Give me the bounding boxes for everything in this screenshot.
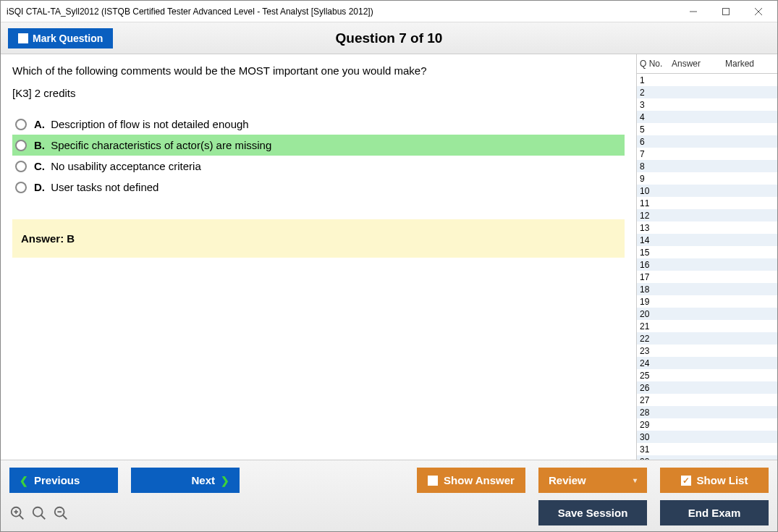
next-button[interactable]: Next ❯ [131,468,240,493]
close-button[interactable] [742,1,774,22]
zoom-controls [9,505,69,521]
list-row[interactable]: 31 [637,443,777,455]
list-row[interactable]: 17 [637,271,777,283]
row-number: 25 [640,371,672,381]
svg-line-11 [63,515,67,519]
row-number: 17 [640,272,672,282]
list-row[interactable]: 25 [637,369,777,381]
checkbox-icon [428,476,438,486]
row-number: 11 [640,198,672,208]
row-number: 19 [640,297,672,307]
minimize-icon [690,8,697,15]
previous-label: Previous [34,474,80,486]
list-row[interactable]: 10 [637,185,777,197]
option-b[interactable]: B. Specific characteristics of actor(s) … [12,135,625,156]
list-row[interactable]: 4 [637,111,777,123]
window-controls [677,1,774,22]
question-panel: Which of the following comments would be… [1,54,636,460]
list-row[interactable]: 22 [637,332,777,345]
button-row-1: ❮ Previous Next ❯ Show Answer Review ▾ ✓… [9,468,769,493]
zoom-icon[interactable] [31,505,47,521]
row-number: 13 [640,223,672,233]
end-exam-label: End Exam [688,507,741,519]
end-exam-button[interactable]: End Exam [660,500,769,525]
list-row[interactable]: 2 [637,86,777,98]
button-row-2: Save Session End Exam [9,500,769,525]
list-row[interactable]: 28 [637,406,777,418]
list-row[interactable]: 7 [637,148,777,160]
question-list[interactable]: 1234567891011121314151617181920212223242… [637,74,777,460]
review-dropdown[interactable]: Review ▾ [538,468,647,493]
row-number: 29 [640,420,672,430]
mark-question-button[interactable]: Mark Question [8,28,113,48]
header-qno: Q No. [640,59,672,69]
window-title: iSQI CTAL-TA_Syll2012 (ISTQB Certified T… [7,7,373,17]
list-row[interactable]: 26 [637,381,777,394]
list-row[interactable]: 14 [637,234,777,246]
main-area: Which of the following comments would be… [1,54,777,460]
list-row[interactable]: 18 [637,283,777,295]
row-number: 16 [640,260,672,270]
row-number: 22 [640,334,672,344]
show-answer-button[interactable]: Show Answer [417,468,525,493]
option-d[interactable]: D. User tasks not defined [12,177,625,198]
question-list-panel: Q No. Answer Marked 12345678910111213141… [636,54,777,460]
maximize-button[interactable] [709,1,742,22]
list-row[interactable]: 9 [637,172,777,185]
zoom-out-icon[interactable] [53,505,69,521]
list-row[interactable]: 11 [637,197,777,209]
question-counter: Question 7 of 10 [336,30,443,46]
chevron-left-icon: ❮ [20,475,28,486]
row-number: 8 [640,161,672,172]
list-row[interactable]: 6 [637,135,777,148]
checkbox-icon [18,33,28,43]
chevron-down-icon: ▾ [633,476,637,484]
previous-button[interactable]: ❮ Previous [9,468,118,493]
list-row[interactable]: 19 [637,295,777,308]
question-text: Which of the following comments would be… [12,64,625,77]
radio-icon [15,182,27,193]
list-row[interactable]: 20 [637,308,777,320]
save-session-button[interactable]: Save Session [538,500,647,525]
svg-rect-1 [722,8,729,14]
row-number: 30 [640,432,672,442]
show-list-button[interactable]: ✓ Show List [660,468,769,493]
answer-box: Answer: B [12,219,625,258]
show-list-label: Show List [697,474,748,486]
mark-question-label: Mark Question [33,33,103,44]
list-row[interactable]: 21 [637,320,777,332]
option-c[interactable]: C. No usability acceptance criteria [12,156,625,177]
list-row[interactable]: 16 [637,258,777,271]
list-row[interactable]: 23 [637,345,777,357]
show-answer-label: Show Answer [444,474,515,486]
row-number: 20 [640,309,672,319]
option-text: A. Description of flow is not detailed e… [34,118,249,130]
row-number: 3 [640,100,672,110]
minimize-button[interactable] [677,1,709,22]
option-text: D. User tasks not defined [34,181,158,193]
options-list: A. Description of flow is not detailed e… [12,114,625,198]
zoom-in-icon[interactable] [9,505,25,521]
option-text: C. No usability acceptance criteria [34,160,201,172]
header-bar: Mark Question Question 7 of 10 [1,22,777,54]
list-row[interactable]: 1 [637,74,777,86]
header-answer: Answer [672,59,725,69]
list-row[interactable]: 13 [637,221,777,234]
list-row[interactable]: 15 [637,246,777,258]
list-row[interactable]: 12 [637,209,777,221]
list-row[interactable]: 29 [637,418,777,431]
review-label: Review [549,474,586,486]
svg-point-8 [33,507,43,516]
list-row[interactable]: 5 [637,123,777,135]
list-row[interactable]: 3 [637,98,777,111]
radio-icon [15,140,27,151]
list-row[interactable]: 8 [637,160,777,172]
list-row[interactable]: 30 [637,431,777,443]
list-row[interactable]: 27 [637,394,777,406]
option-text: B. Specific characteristics of actor(s) … [34,139,271,151]
chevron-right-icon: ❯ [221,475,229,486]
list-row[interactable]: 24 [637,357,777,369]
list-header: Q No. Answer Marked [637,54,777,74]
row-number: 1 [640,75,672,85]
option-a[interactable]: A. Description of flow is not detailed e… [12,114,625,135]
